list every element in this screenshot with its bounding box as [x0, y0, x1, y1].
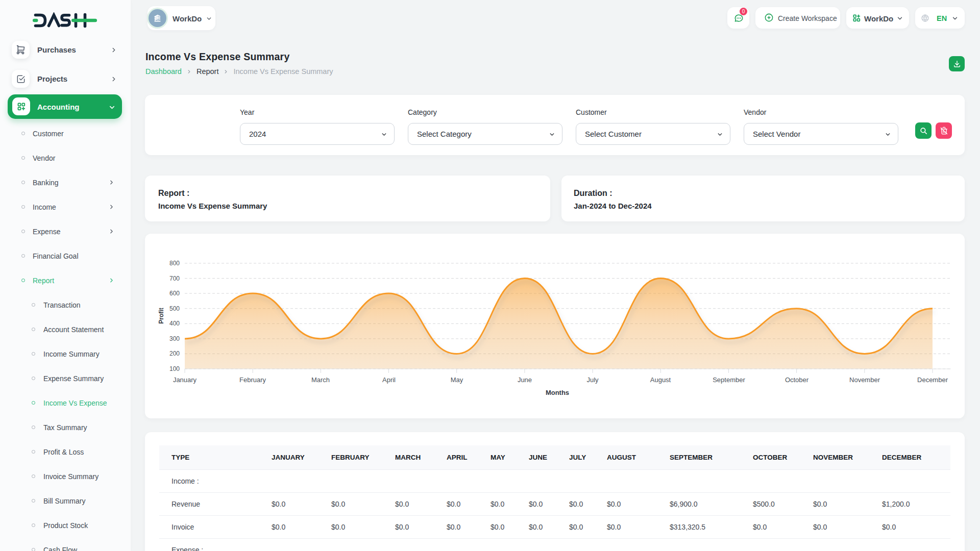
svg-text:May: May	[451, 376, 463, 384]
svg-text:November: November	[849, 376, 880, 384]
svg-text:300: 300	[169, 335, 180, 342]
svg-text:June: June	[518, 376, 532, 384]
svg-text:800: 800	[169, 260, 180, 267]
svg-text:December: December	[917, 376, 948, 384]
svg-text:August: August	[650, 376, 671, 384]
svg-text:October: October	[785, 376, 809, 384]
svg-text:April: April	[382, 376, 396, 384]
svg-text:500: 500	[169, 305, 180, 312]
svg-text:February: February	[239, 376, 266, 384]
svg-text:Months: Months	[546, 389, 569, 396]
svg-text:700: 700	[169, 275, 180, 282]
svg-text:March: March	[311, 376, 330, 384]
svg-text:100: 100	[169, 365, 180, 372]
svg-text:400: 400	[169, 320, 180, 327]
svg-text:Profit: Profit	[158, 308, 165, 323]
svg-text:July: July	[586, 376, 599, 384]
svg-text:600: 600	[169, 290, 180, 297]
svg-text:September: September	[713, 376, 745, 384]
svg-text:200: 200	[169, 350, 180, 357]
svg-text:January: January	[173, 376, 197, 384]
